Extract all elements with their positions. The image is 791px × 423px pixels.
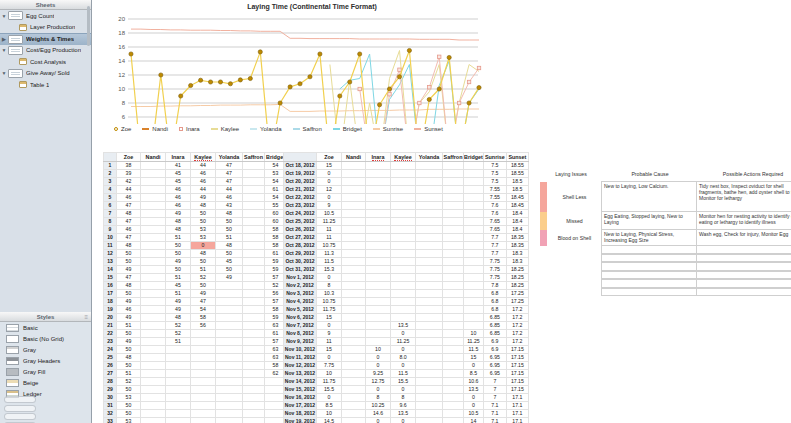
data-cell[interactable] [191, 378, 216, 386]
sidebar-item-egg-count[interactable]: ▼Egg Count [0, 10, 91, 22]
data-cell[interactable] [416, 290, 443, 298]
data-cell[interactable]: 7 [483, 386, 506, 394]
data-cell[interactable] [342, 338, 366, 346]
data-cell[interactable]: 7.1 [483, 418, 506, 423]
data-cell[interactable] [216, 394, 243, 402]
data-cell[interactable]: 7.5 [483, 178, 506, 186]
data-cell[interactable]: 7.75 [317, 362, 342, 370]
data-cell[interactable]: 46 [216, 194, 243, 202]
date-cell[interactable]: Nov 18, 2012 [284, 410, 317, 418]
style-item-gray-fill[interactable]: Gray Fill [0, 366, 91, 377]
data-cell[interactable] [141, 306, 166, 314]
data-cell[interactable] [141, 330, 166, 338]
data-cell[interactable] [191, 330, 216, 338]
data-cell[interactable] [416, 282, 443, 290]
data-cell[interactable]: 44 [117, 186, 141, 194]
column-header-Sunrise[interactable]: Sunrise [483, 153, 506, 162]
data-cell[interactable] [141, 338, 166, 346]
data-cell[interactable] [141, 170, 166, 178]
date-cell[interactable]: Nov 7, 2012 [284, 322, 317, 330]
data-cell[interactable] [416, 346, 443, 354]
data-cell[interactable]: 10 [464, 330, 484, 338]
data-cell[interactable] [342, 186, 366, 194]
data-cell[interactable] [391, 242, 416, 250]
data-cell[interactable]: 17.15 [506, 378, 528, 386]
data-cell[interactable] [366, 258, 391, 266]
data-cell[interactable] [443, 234, 464, 242]
issue-actions-cell[interactable] [696, 245, 791, 254]
date-cell[interactable]: Nov 5, 2012 [284, 306, 317, 314]
data-cell[interactable]: 6.85 [483, 322, 506, 330]
data-cell[interactable]: 53 [117, 394, 141, 402]
data-cell[interactable] [243, 378, 265, 386]
issue-cause-cell[interactable] [601, 271, 697, 280]
data-cell[interactable] [216, 410, 243, 418]
data-cell[interactable] [243, 178, 265, 186]
issue-actions-cell[interactable] [696, 279, 791, 288]
data-cell[interactable] [216, 378, 243, 386]
data-cell[interactable]: 50 [166, 266, 191, 274]
data-cell[interactable] [416, 410, 443, 418]
row-number-cell[interactable]: 3 [104, 178, 117, 186]
panel-resize-handle-icon[interactable]: ≡ [84, 312, 88, 322]
data-cell[interactable]: 48 [166, 226, 191, 234]
row-number-cell[interactable]: 15 [104, 274, 117, 282]
data-cell[interactable]: 48 [117, 282, 141, 290]
data-cell[interactable]: 18.25 [506, 282, 528, 290]
data-cell[interactable]: 15 [464, 354, 484, 362]
data-cell[interactable] [191, 346, 216, 354]
style-item-gray[interactable]: Gray [0, 344, 91, 355]
data-cell[interactable] [166, 410, 191, 418]
data-cell[interactable] [141, 186, 166, 194]
date-cell[interactable]: Nov 6, 2012 [284, 314, 317, 322]
data-cell[interactable] [342, 378, 366, 386]
data-cell[interactable] [141, 402, 166, 410]
data-cell[interactable]: 7.1 [483, 402, 506, 410]
data-cell[interactable]: 18.55 [506, 170, 528, 178]
data-cell[interactable]: 13.5 [391, 410, 416, 418]
row-number-cell[interactable]: 22 [104, 330, 117, 338]
data-cell[interactable] [366, 218, 391, 226]
data-cell[interactable]: 51 [191, 266, 216, 274]
data-cell[interactable] [243, 202, 265, 210]
data-cell[interactable]: 15 [317, 314, 342, 322]
data-cell[interactable] [464, 210, 484, 218]
data-cell[interactable]: 7.6 [483, 210, 506, 218]
data-cell[interactable] [464, 218, 484, 226]
data-cell[interactable]: 17.2 [506, 306, 528, 314]
data-cell[interactable] [141, 354, 166, 362]
data-cell[interactable]: 0 [317, 322, 342, 330]
data-cell[interactable]: 47 [191, 298, 216, 306]
data-cell[interactable]: 7.75 [483, 266, 506, 274]
date-cell[interactable]: Oct 20, 2012 [284, 178, 317, 186]
date-cell[interactable]: Oct 25, 2012 [284, 218, 317, 226]
data-cell[interactable] [216, 346, 243, 354]
data-cell[interactable]: 7.5 [483, 170, 506, 178]
data-cell[interactable]: 6.95 [483, 362, 506, 370]
data-cell[interactable] [443, 402, 464, 410]
date-cell[interactable]: Nov 9, 2012 [284, 338, 317, 346]
data-cell[interactable]: 7 [483, 394, 506, 402]
data-cell[interactable] [391, 218, 416, 226]
column-header-Yolanda[interactable]: Yolanda [216, 153, 243, 162]
column-header-corner[interactable] [104, 153, 117, 162]
data-cell[interactable] [243, 234, 265, 242]
data-cell[interactable]: 47 [216, 178, 243, 186]
data-cell[interactable] [141, 234, 166, 242]
data-cell[interactable] [416, 162, 443, 170]
disclosure-triangle-icon[interactable]: ▼ [0, 13, 8, 19]
data-cell[interactable] [416, 274, 443, 282]
data-cell[interactable] [443, 322, 464, 330]
data-cell[interactable] [464, 314, 484, 322]
data-cell[interactable] [141, 290, 166, 298]
data-cell[interactable]: 51 [117, 322, 141, 330]
row-number-cell[interactable]: 26 [104, 362, 117, 370]
date-cell[interactable]: Oct 19, 2012 [284, 170, 317, 178]
issue-cause-cell[interactable]: New to Laying, Low Calcium. [601, 181, 697, 212]
data-cell[interactable] [342, 290, 366, 298]
data-cell[interactable] [443, 290, 464, 298]
data-cell[interactable]: 18.5 [506, 178, 528, 186]
style-item-basic[interactable]: Basic [0, 322, 91, 333]
issue-cause-cell[interactable] [601, 245, 697, 254]
data-cell[interactable] [141, 266, 166, 274]
